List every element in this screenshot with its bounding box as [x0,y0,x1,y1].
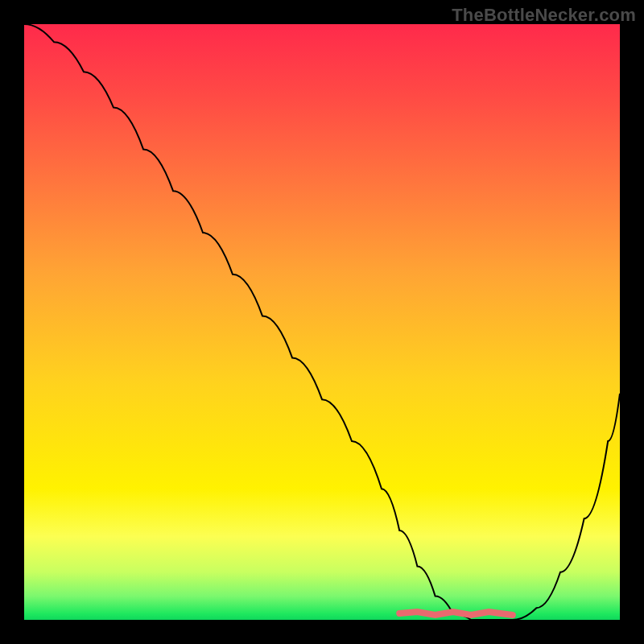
curve-layer [24,24,620,620]
bottleneck-curve [24,24,620,620]
watermark-text: TheBottleNecker.com [452,5,636,26]
chart-area [24,24,620,620]
plateau-highlight [399,612,513,615]
